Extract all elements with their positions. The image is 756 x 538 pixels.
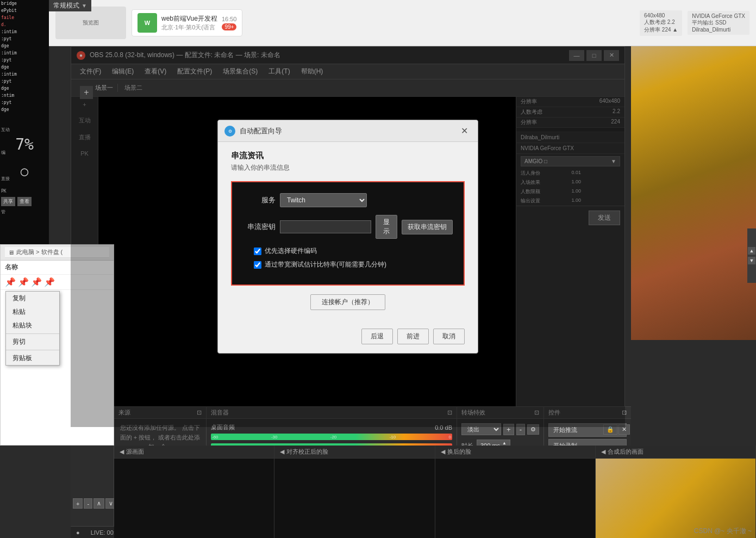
dialog-close-button[interactable]: ✕ [458, 125, 471, 137]
cancel-button[interactable]: 取消 [433, 329, 465, 344]
dialog-overlay: ⚙ 自动配置向导 ✕ 串流资讯 请输入你的串流信息 服务 Twitch 串 [71, 46, 625, 427]
show-key-button[interactable]: 显示 [376, 215, 397, 239]
quick-access-icon-4[interactable]: 📌 [44, 277, 55, 287]
aligned-panel-body [274, 459, 434, 538]
aligned-panel-label: 对齐校正后的脸 [286, 448, 328, 456]
py-line-11: dge [0, 64, 49, 71]
py-line-15: :ntim [0, 92, 49, 99]
context-cut[interactable]: 剪切 [6, 335, 59, 349]
notif-subtitle: 北京·1年·第0天(语言 [161, 23, 217, 32]
py-line-1: bridge [0, 0, 49, 7]
py-line-3: ePybit [0, 7, 49, 14]
quick-access-icon-1[interactable]: 📌 [5, 277, 16, 287]
right-scroll-panel: ▲ ▼ [747, 228, 756, 283]
swapped-panel-arrow[interactable]: ◀ [441, 448, 445, 455]
notif-title: web前端Vue开发程 [161, 14, 217, 23]
context-copy[interactable]: 复制 [6, 292, 59, 305]
py-line-6: :intim [0, 28, 49, 35]
mode-arrow: ▼ [82, 3, 87, 9]
py-big-text2: ○ [0, 168, 49, 175]
py-line-14: dge [0, 85, 49, 92]
gpu-codec: Dilraba_Dilmurti [692, 27, 745, 33]
mode-label: 常规模式 ▼ [49, 0, 91, 11]
bandwidth-test-label: 通过带宽测试估计比特率(可能需要几分钟) [265, 260, 386, 269]
breadcrumb-icon: 🖥 [8, 249, 14, 256]
svg-text:⚙: ⚙ [228, 129, 232, 134]
gpu-info: NVIDIA GeForce GTX 平均输出 SSD Dilraba_Dilm… [688, 11, 749, 35]
notif-content: web前端Vue开发程 北京·1年·第0天(语言 [161, 14, 217, 32]
gpu-brand: NVIDIA GeForce GTX [692, 13, 745, 19]
notif-meta: 16:50 99+ [222, 16, 237, 30]
hardware-encode-label: 优先选择硬件编码 [265, 246, 317, 256]
up-scene-btn[interactable]: ∧ [93, 498, 104, 509]
connect-account-button[interactable]: 连接帐户（推荐） [310, 294, 385, 310]
notif-avatar: W [138, 13, 157, 33]
py-big-text: 7% [0, 141, 49, 148]
py-line-8: dge [0, 42, 49, 50]
py-line-7: :pyt [0, 35, 49, 42]
notification-item[interactable]: W web前端Vue开发程 北京·1年·第0天(语言 16:50 99+ [132, 9, 242, 36]
context-sep-1 [6, 333, 59, 334]
py-line-16: :pyt [0, 99, 49, 106]
next-button[interactable]: 前进 [397, 329, 429, 344]
stream-key-row: 串流密钥 显示 获取串流密钥 [243, 215, 453, 239]
source-panel-label: 源画面 [126, 448, 144, 456]
video-info: 640x480 人数考虑 2.2 分辨率 224 ▲ [640, 10, 682, 36]
composite-panel-label: 合成后的画面 [608, 448, 643, 456]
quick-access-icon-2[interactable]: 📌 [18, 277, 29, 287]
context-paste[interactable]: 粘贴 [6, 305, 59, 319]
scenic-gradient [631, 46, 756, 340]
video-resolution: 640x480 [644, 13, 678, 18]
py-PK: PK [0, 188, 49, 195]
image-panel-swapped: ◀ 换后的脸 [435, 446, 596, 538]
service-select[interactable]: Twitch [280, 193, 367, 207]
checkbox-row-2: 通过带宽测试估计比特率(可能需要几分钟) [243, 260, 453, 269]
mixer-level-bar: -60 -30 -20 -10 0 [211, 434, 452, 440]
service-label: 服务 [243, 195, 276, 205]
composite-panel-arrow[interactable]: ◀ [601, 448, 605, 455]
aligned-panel-arrow[interactable]: ◀ [280, 448, 284, 455]
context-clipboard[interactable]: 剪贴板 [6, 351, 59, 365]
quick-access-icon-3[interactable]: 📌 [31, 277, 42, 287]
notif-badge: 99+ [222, 23, 237, 30]
scroll-down-btn[interactable]: ▼ [748, 257, 755, 264]
source-panel-arrow[interactable]: ◀ [120, 448, 124, 455]
connect-btn-row: 连接帐户（推荐） [231, 294, 465, 310]
context-sep-2 [6, 350, 59, 350]
bandwidth-test-checkbox[interactable] [254, 261, 261, 269]
dialog-icon: ⚙ [224, 126, 235, 137]
py-view: 查看 [17, 197, 32, 206]
video-value2: 分辨率 224 ▲ [644, 26, 678, 34]
remove-scene-btn[interactable]: - [84, 498, 92, 509]
scene-controls: + - ∧ ∨ [71, 496, 118, 511]
image-panel-aligned: ◀ 对齐校正后的脸 [274, 446, 435, 538]
py-section-label: 互动 [0, 124, 49, 135]
image-panel-source: ◀ 源画面 [114, 446, 274, 538]
py-line-9: :intim [0, 50, 49, 57]
dialog-section-title: 串流资讯 [231, 151, 465, 161]
dialog-titlebar: ⚙ 自动配置向导 ✕ [218, 120, 478, 142]
scroll-up-btn[interactable]: ▲ [748, 247, 755, 255]
hardware-encode-checkbox[interactable] [254, 248, 261, 255]
add-scene-btn-bottom[interactable]: + [73, 498, 83, 509]
status-live-icon: ● [76, 529, 80, 536]
notif-time: 16:50 [222, 16, 237, 22]
image-panel-composite-header: ◀ 合成后的画面 [596, 446, 755, 459]
context-paste-block[interactable]: 粘贴块 [6, 319, 59, 332]
service-row: 服务 Twitch [243, 193, 453, 207]
back-button[interactable]: 后退 [361, 329, 393, 344]
get-key-button[interactable]: 获取串流密钥 [402, 220, 453, 234]
dialog-section-subtitle: 请输入你的串流信息 [231, 163, 465, 172]
stream-key-input[interactable] [280, 220, 371, 233]
py-line-10: :pyt [0, 57, 49, 64]
csdn-watermark: CSDN @~ 央千澈 ~ [694, 527, 752, 536]
notif-icon-text: W [145, 20, 150, 26]
source-panel-body [114, 459, 274, 538]
image-panel-aligned-header: ◀ 对齐校正后的脸 [274, 446, 434, 459]
py-line-5: d. [0, 21, 49, 28]
image-panel-composite: ◀ 合成后的画面 [596, 446, 756, 538]
dialog-title-text: 自动配置向导 [240, 126, 458, 136]
py-line-12: :intim [0, 71, 49, 78]
breadcrumb-text: 此电脑 > 软件盘 ( [16, 248, 63, 256]
stream-key-label: 串流密钥 [243, 222, 276, 232]
